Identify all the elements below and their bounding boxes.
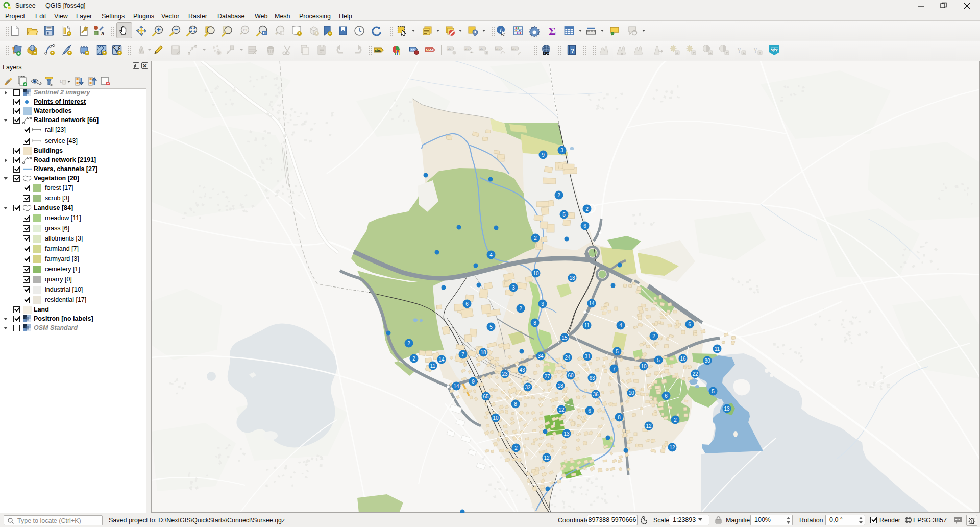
svg-text:abc: abc [479,47,484,51]
svg-text:γ: γ [753,45,757,53]
svg-text:?: ? [571,47,574,54]
svg-text:18: 18 [557,383,564,389]
svg-text:6: 6 [688,322,691,327]
svg-text:13: 13 [724,406,730,412]
svg-text:7: 7 [461,352,464,357]
svg-text:Σ: Σ [549,25,556,37]
svg-text:12: 12 [558,407,565,413]
svg-text:4: 4 [489,252,493,258]
svg-text:a: a [101,30,105,36]
svg-text:*: * [329,31,331,36]
svg-text:7: 7 [612,366,616,372]
svg-text:2: 2 [407,341,410,346]
svg-text:*: * [52,51,54,56]
svg-text:ab: ab [410,48,414,52]
svg-text:5: 5 [562,212,566,218]
svg-text:12: 12 [646,423,652,429]
svg-text:3: 3 [560,148,564,153]
svg-text:36: 36 [593,392,599,397]
svg-text:3: 3 [512,285,515,291]
svg-text:31: 31 [584,354,591,360]
svg-text:11: 11 [584,323,590,328]
svg-text:10: 10 [493,415,499,421]
svg-text:22: 22 [692,371,698,377]
svg-text:12: 12 [544,455,550,461]
svg-text:18: 18 [569,275,575,281]
svg-text:18: 18 [480,350,486,355]
svg-text:*: * [34,51,36,56]
svg-text:65: 65 [483,394,489,399]
svg-text:5: 5 [616,349,619,354]
svg-text:11: 11 [715,346,720,352]
svg-text:3: 3 [541,301,544,307]
svg-text:30: 30 [704,358,710,364]
svg-text:27: 27 [544,374,550,379]
svg-text:γ: γ [737,45,741,53]
svg-text:*: * [69,51,71,56]
svg-text:6: 6 [465,301,469,307]
svg-text:43: 43 [519,367,525,373]
svg-text:14: 14 [438,357,445,363]
svg-text:10: 10 [641,364,647,369]
svg-text:6: 6 [588,408,591,414]
svg-text:abc: abc [512,47,517,51]
svg-text:34: 34 [537,353,544,359]
svg-text:2: 2 [534,235,537,241]
svg-text:*: * [299,31,301,36]
svg-text:*: * [104,51,106,56]
svg-text:*: * [86,51,88,56]
svg-text:abc: abc [496,47,501,51]
svg-text:10: 10 [628,390,634,396]
svg-text:63: 63 [589,375,595,381]
svg-text:6: 6 [665,393,668,399]
svg-text:*: * [119,51,121,56]
svg-text:24: 24 [565,355,571,361]
svg-text:4: 4 [619,323,622,328]
svg-text:2: 2 [585,206,589,212]
svg-text:13: 13 [564,431,570,437]
svg-text:12: 12 [669,445,675,450]
svg-text:2: 2 [652,333,655,339]
svg-text:23: 23 [502,371,508,377]
svg-text:8: 8 [514,401,517,407]
svg-text:5: 5 [489,324,493,330]
svg-text:5: 5 [712,389,715,394]
svg-text:11: 11 [430,363,436,369]
svg-text:8: 8 [533,320,536,326]
svg-text:10: 10 [533,271,539,276]
svg-text:32: 32 [525,385,531,390]
svg-text:8: 8 [618,415,621,420]
svg-text:abc: abc [426,48,432,52]
svg-text:2: 2 [674,417,677,423]
svg-text:2: 2 [557,193,560,198]
svg-text:2: 2 [519,306,522,312]
svg-text:9: 9 [472,379,475,385]
svg-text:2: 2 [514,445,518,451]
svg-text:14: 14 [453,384,459,389]
svg-text:2: 2 [412,356,415,362]
svg-text:9: 9 [542,152,545,158]
svg-text:abc: abc [464,47,470,51]
svg-text:14: 14 [589,301,595,306]
svg-text:6: 6 [583,223,586,229]
svg-text:60: 60 [568,373,574,378]
svg-text:16: 16 [680,356,686,362]
svg-text:abc: abc [447,47,452,51]
svg-text:*: * [316,31,318,36]
svg-text:1:1: 1:1 [242,28,247,32]
svg-text:abc: abc [375,48,381,53]
svg-text:*: * [68,31,70,36]
svg-text:5: 5 [657,357,660,363]
svg-text:15: 15 [561,335,568,341]
